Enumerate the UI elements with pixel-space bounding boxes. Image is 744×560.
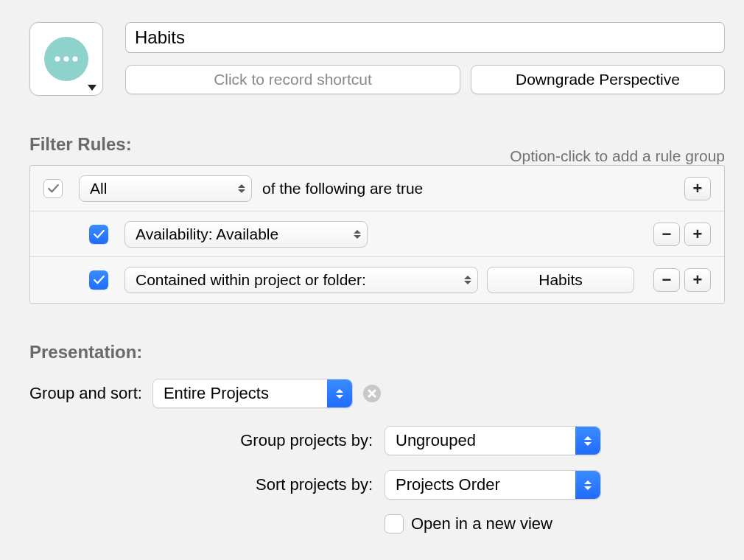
check-icon <box>47 183 60 194</box>
sort-projects-by-select[interactable]: Projects Order <box>385 470 601 500</box>
stepper-icon <box>575 427 600 455</box>
rule-enabled-checkbox[interactable] <box>89 225 108 244</box>
check-icon <box>93 229 105 239</box>
stepper-icon <box>464 276 471 284</box>
add-rule-button[interactable]: + <box>684 223 711 246</box>
rule-type-select[interactable]: Contained within project or folder: <box>124 267 478 293</box>
stepper-icon <box>238 184 245 193</box>
rule-group-checkbox[interactable] <box>43 179 63 198</box>
rule-type-value: Availability: Available <box>136 225 278 243</box>
svg-point-3 <box>72 56 77 61</box>
stepper-icon <box>354 230 361 239</box>
chevron-down-icon <box>88 85 96 91</box>
rule-group-suffix: of the following are true <box>262 180 423 197</box>
group-and-sort-value: Entire Projects <box>164 384 269 403</box>
filter-rules-hint: Option-click to add a rule group <box>510 147 725 165</box>
clear-group-sort-button[interactable] <box>363 385 381 402</box>
open-in-new-view-checkbox[interactable] <box>385 514 404 533</box>
group-and-sort-select[interactable]: Entire Projects <box>152 379 353 408</box>
open-in-new-view-label: Open in a new view <box>411 514 552 533</box>
check-icon <box>93 275 105 285</box>
perspective-icon <box>43 36 89 82</box>
rule-row: Availability: Available − + <box>30 211 724 257</box>
presentation-heading: Presentation: <box>29 342 725 363</box>
rule-type-select[interactable]: Availability: Available <box>124 221 368 248</box>
rule-row: Contained within project or folder: Habi… <box>30 257 724 303</box>
group-projects-by-value: Ungrouped <box>396 431 476 450</box>
perspective-name-input[interactable] <box>125 22 725 53</box>
close-icon <box>368 389 376 398</box>
svg-point-2 <box>63 56 69 61</box>
group-projects-by-select[interactable]: Ungrouped <box>385 426 601 455</box>
rule-type-value: Contained within project or folder: <box>136 271 366 289</box>
record-shortcut-button[interactable]: Click to record shortcut <box>125 65 460 94</box>
perspective-icon-well[interactable] <box>29 22 103 96</box>
sort-projects-by-label: Sort projects by: <box>29 475 385 494</box>
rule-group-operator-value: All <box>90 180 107 197</box>
svg-point-1 <box>55 56 60 61</box>
rule-group-row: All of the following are true + <box>30 166 724 211</box>
downgrade-perspective-button[interactable]: Downgrade Perspective <box>471 65 725 94</box>
filter-rules-box: All of the following are true + Availabi… <box>29 165 725 304</box>
filter-rules-heading: Filter Rules: <box>29 134 132 155</box>
add-rule-button[interactable]: + <box>684 177 711 200</box>
sort-projects-by-value: Projects Order <box>396 475 500 494</box>
stepper-icon <box>327 379 352 407</box>
rule-group-operator-select[interactable]: All <box>79 175 252 202</box>
add-rule-button[interactable]: + <box>684 268 711 292</box>
remove-rule-button[interactable]: − <box>653 223 680 246</box>
stepper-icon <box>575 471 600 499</box>
group-projects-by-label: Group projects by: <box>29 431 385 450</box>
remove-rule-button[interactable]: − <box>653 268 680 292</box>
group-and-sort-label: Group and sort: <box>29 384 142 403</box>
rule-enabled-checkbox[interactable] <box>89 270 108 290</box>
rule-token[interactable]: Habits <box>487 267 634 293</box>
